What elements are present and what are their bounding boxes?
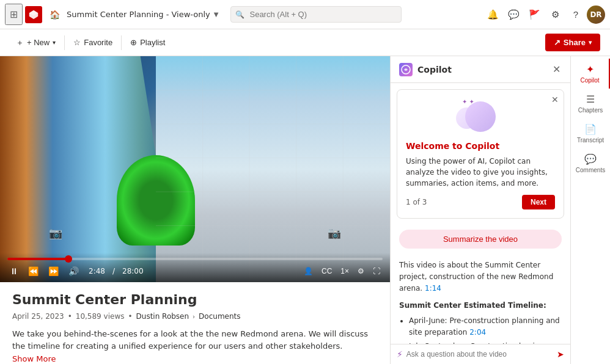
new-chevron: ▾ xyxy=(53,39,56,46)
video-author[interactable]: Dustin Robsen xyxy=(136,312,189,321)
welcome-card-close-button[interactable]: ✕ xyxy=(551,95,559,104)
chat-icon[interactable]: 💬 xyxy=(504,5,523,24)
summary-content: This video is about the Summit Center pr… xyxy=(391,253,570,344)
camera-icon-right: 📷 xyxy=(328,227,341,239)
favorite-label: Favorite xyxy=(84,38,112,47)
welcome-graphic: ✦ ✦ xyxy=(456,98,505,135)
user-avatar[interactable]: DR xyxy=(587,5,605,24)
progress-bar[interactable] xyxy=(7,258,383,260)
illus-circle-large xyxy=(465,101,496,132)
ask-input-field[interactable] xyxy=(406,350,553,359)
home-icon[interactable]: 🏠 xyxy=(45,5,64,24)
summarize-button[interactable]: Summarize the video xyxy=(399,230,562,249)
volume-button[interactable]: 🔊 xyxy=(66,265,81,277)
search-icon: 🔍 xyxy=(235,10,244,19)
camera-icon-left: 📷 xyxy=(49,227,62,239)
copilot-nav-label: Copilot xyxy=(580,77,599,84)
progress-thumb xyxy=(65,255,72,263)
apps-icon[interactable]: ⊞ xyxy=(5,4,23,25)
transcript-nav-icon: 📄 xyxy=(584,123,597,135)
video-location[interactable]: Documents xyxy=(199,312,240,321)
ask-input-area: ⚡ ➤ xyxy=(391,344,570,364)
favorite-button[interactable]: ☆ Favorite xyxy=(67,34,119,51)
total-time: 28:00 xyxy=(122,267,144,275)
toolbar: ＋ + New ▾ ☆ Favorite ⊕ Playlist ↗ Share … xyxy=(0,29,610,56)
summary-intro-text: This video is about the Summit Center pr… xyxy=(399,261,553,293)
speed-button[interactable]: 1× xyxy=(338,266,351,277)
video-controls: ⏸ ⏪ ⏩ 🔊 2:48 / 28:00 👤 CC 1× ⚙ ⛶ xyxy=(0,253,390,282)
breadcrumb-chevron[interactable]: ▼ xyxy=(214,11,219,18)
welcome-next-button[interactable]: Next xyxy=(522,195,555,209)
app-logo xyxy=(25,6,42,23)
meta-dot-2: • xyxy=(128,312,132,321)
control-row: ⏸ ⏪ ⏩ 🔊 2:48 / 28:00 👤 CC 1× ⚙ ⛶ xyxy=(7,265,383,277)
captions-button[interactable]: 👤 xyxy=(301,266,315,277)
transcript-nav-label: Transcript xyxy=(577,137,604,144)
toolbar-divider-1 xyxy=(64,35,65,50)
current-time: 2:48 xyxy=(89,267,105,275)
welcome-page-indicator: 1 of 3 xyxy=(406,198,427,206)
timeline-list: April-June: Pre-construction planning an… xyxy=(399,315,562,344)
fullscreen-button[interactable]: ⛶ xyxy=(370,266,383,277)
time-separator: / xyxy=(112,267,115,275)
summarize-section: Summarize the video xyxy=(391,225,570,253)
copilot-logo-icon xyxy=(399,63,413,76)
forward-button[interactable]: ⏩ xyxy=(46,265,61,277)
comments-nav-label: Comments xyxy=(576,167,605,173)
playlist-icon: ⊕ xyxy=(130,38,137,47)
welcome-illustration: ✦ ✦ xyxy=(406,98,555,135)
notifications-icon[interactable]: 🔔 xyxy=(483,5,502,24)
plus-icon: ＋ xyxy=(16,37,24,48)
share-icon: ↗ xyxy=(554,38,560,47)
right-nav-copilot[interactable]: ✦ Copilot xyxy=(571,59,610,89)
welcome-text: Using the power of AI, Copilot can analy… xyxy=(406,156,555,189)
share-label: Share xyxy=(564,38,586,47)
right-nav-transcript[interactable]: 📄 Transcript xyxy=(571,118,610,148)
right-nav-chapters[interactable]: ☰ Chapters xyxy=(571,89,610,118)
flag-icon[interactable]: 🚩 xyxy=(524,5,544,24)
welcome-heading: Welcome to Copilot xyxy=(406,141,555,151)
breadcrumb: Summit Center Planning - View-only ▼ xyxy=(67,10,218,19)
comments-nav-icon: 💬 xyxy=(584,153,597,165)
video-date: April 25, 2023 xyxy=(12,312,64,321)
timeline-item-1-link[interactable]: 2:04 xyxy=(469,328,486,337)
play-pause-button[interactable]: ⏸ xyxy=(7,265,21,277)
video-area: 📷 📷 ⏸ ⏪ ⏩ 🔊 2:48 / 28:00 xyxy=(0,56,390,364)
playlist-label: Playlist xyxy=(140,38,165,47)
summary-intro: This video is about the Summit Center pr… xyxy=(399,260,562,295)
main-layout: 📷 📷 ⏸ ⏪ ⏩ 🔊 2:48 / 28:00 xyxy=(0,56,610,364)
more-settings-button[interactable]: ⚙ xyxy=(355,266,367,277)
progress-fill xyxy=(7,258,69,260)
subtitles-button[interactable]: CC xyxy=(319,266,334,277)
right-navigation: ✦ Copilot ☰ Chapters 📄 Transcript 💬 Comm… xyxy=(570,56,610,364)
video-meta: April 25, 2023 • 10,589 views • Dustin R… xyxy=(12,312,378,321)
playlist-button[interactable]: ⊕ Playlist xyxy=(124,34,171,51)
top-navigation: ⊞ 🏠 Summit Center Planning - View-only ▼… xyxy=(0,0,610,29)
settings-icon[interactable]: ⚙ xyxy=(545,5,565,24)
help-icon[interactable]: ? xyxy=(566,5,586,24)
building-lines-svg xyxy=(156,56,390,282)
search-input[interactable] xyxy=(230,6,402,23)
right-nav-comments[interactable]: 💬 Comments xyxy=(571,148,610,178)
timeline-item-1: April-June: Pre-construction planning an… xyxy=(409,315,562,338)
share-button[interactable]: ↗ Share ▾ xyxy=(545,34,600,51)
copilot-panel: Copilot ✕ ✕ ✦ ✦ Welcome to Copilot Using… xyxy=(390,56,570,364)
show-more-link[interactable]: Show More xyxy=(12,354,378,363)
video-frame[interactable]: 📷 📷 xyxy=(0,56,390,282)
ask-send-button[interactable]: ➤ xyxy=(557,349,564,359)
welcome-footer: 1 of 3 Next xyxy=(406,195,555,209)
ask-sparkle-icon[interactable]: ⚡ xyxy=(397,349,403,359)
welcome-card: ✕ ✦ ✦ Welcome to Copilot Using the power… xyxy=(397,89,564,219)
share-chevron: ▾ xyxy=(589,39,592,46)
star-icon: ☆ xyxy=(73,38,81,47)
nav-icon-group: 🔔 💬 🚩 ⚙ ? DR xyxy=(483,5,605,24)
meta-dot-1: • xyxy=(68,312,72,321)
video-info: Summit Center Planning April 25, 2023 • … xyxy=(0,282,390,364)
new-button[interactable]: ＋ + New ▾ xyxy=(10,34,62,52)
summary-timestamp-link[interactable]: 1:14 xyxy=(425,284,441,293)
copilot-body: ✕ ✦ ✦ Welcome to Copilot Using the power… xyxy=(391,83,570,344)
toolbar-divider-2 xyxy=(121,35,122,50)
chapters-nav-label: Chapters xyxy=(578,107,603,114)
rewind-button[interactable]: ⏪ xyxy=(26,265,41,277)
copilot-close-button[interactable]: ✕ xyxy=(551,62,562,76)
